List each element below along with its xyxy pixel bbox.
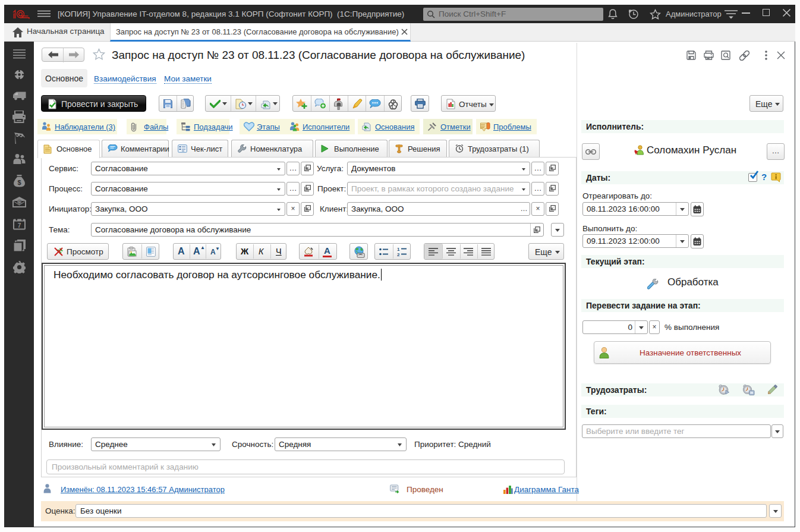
svg-text:2: 2 (397, 252, 400, 257)
svg-text:1: 1 (397, 247, 400, 252)
